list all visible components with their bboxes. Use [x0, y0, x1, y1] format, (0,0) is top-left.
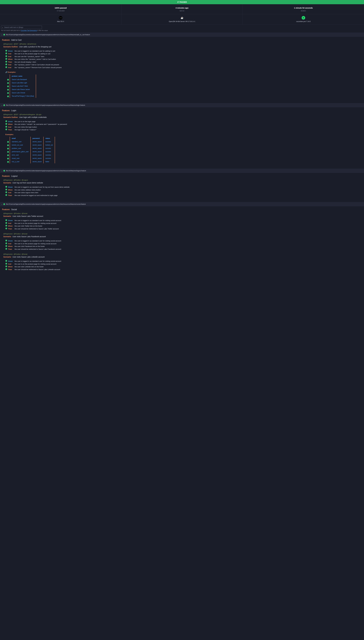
pass-icon: ✓: [5, 248, 7, 250]
examples-row[interactable]: ✓Sauce Labs Fleece Jacket: [7, 88, 36, 91]
step-text: the user should be redirected to Sauce L…: [14, 248, 61, 251]
pass-icon: ✓: [7, 158, 9, 159]
step-keyword: And: [8, 66, 14, 69]
examples-cell: error_user: [10, 153, 30, 157]
scenario-block: @Regression@Positive@Logout Scenario: Us…: [2, 179, 362, 197]
step-row: ✓Thenthe user should be logged out and r…: [5, 194, 362, 197]
pass-icon: ✓: [5, 260, 7, 262]
pass-icon: ✓: [5, 64, 7, 65]
env-label: OpenJDK 64-Bit Server VM 17.0.8.1+1: [122, 20, 243, 23]
step-text: the user click Twitter link on the foote…: [14, 225, 42, 227]
scenario-tags: @Regression@Positive@Logout: [3, 179, 362, 181]
feature-header[interactable]: ⌄✓file:///Users/arfajarsetiaji/Documents…: [0, 169, 364, 173]
scenario-tags: @Regression@DDT@Positive@AddToCart: [3, 43, 362, 45]
step-keyword: And: [8, 263, 14, 265]
chevron-down-icon: ⌄: [1, 104, 2, 106]
step-row: ✓Giventhe user is logged in as standard …: [5, 50, 362, 53]
status-banner: 17 PASSED: [0, 0, 364, 4]
examples-row[interactable]: ✓error_usersecret_saucesuccess: [7, 153, 55, 157]
feature-header[interactable]: ⌄✓file:///Users/arfajarsetiaji/Documents…: [0, 202, 364, 206]
examples-row[interactable]: ✓problem_usersecret_saucesuccess: [7, 147, 55, 150]
environment-row: OSMac OS X☕OpenJDK 64-Bit Server VM 17.0…: [0, 14, 364, 25]
stat-duration: 1 minute 54 seconds duration: [243, 4, 364, 14]
step-text: the user should be redirected to Sauce L…: [14, 228, 59, 230]
feature-body: Feature: Login@Regression@DDT@PositiveAn…: [0, 107, 364, 169]
examples-cell: Test.allTheThings() T-Shirt (Red): [10, 94, 36, 98]
step-keyword: And: [8, 243, 14, 245]
tag-expressions-link[interactable]: Cucumber Tag Expressions: [21, 30, 37, 31]
step-row: ✓Whenthe user enters "<email>" as userna…: [5, 123, 362, 126]
pass-icon: ✓: [3, 170, 5, 172]
steps-list: ✓Giventhe user is logged in as standard …: [5, 260, 362, 271]
step-text: the user is on the product page for visi…: [14, 263, 56, 265]
step-keyword: When: [8, 266, 14, 268]
scenario-title: Scenario Outline: User adds a product to…: [3, 46, 362, 48]
examples-row[interactable]: ✓visual_usersecret_saucesuccess: [7, 157, 55, 160]
pass-icon: ✓: [5, 123, 7, 125]
stat-duration-value: 1 minute 54 seconds: [243, 7, 364, 10]
steps-list: ✓Giventhe user is logged in as standard …: [5, 186, 362, 197]
examples-row[interactable]: ✓performance_glitch_usersecret_saucesucc…: [7, 150, 55, 153]
step-text: the user is logged in as standard user f…: [14, 50, 55, 52]
pass-icon: ✓: [5, 186, 7, 188]
step-keyword: Then: [8, 248, 14, 251]
step-keyword: Given: [8, 50, 14, 52]
steps-list: ✓Giventhe user is logged in as standard …: [5, 219, 362, 230]
examples-row[interactable]: ✓Sauce Labs Backpack: [7, 78, 36, 81]
step-keyword: And: [8, 126, 14, 128]
examples-row[interactable]: ✓Sauce Labs Onesie: [7, 91, 36, 94]
examples-row[interactable]: ✓Test.allTheThings() T-Shirt (Red): [7, 94, 36, 98]
feature-title: Feature: Add to Cart: [2, 39, 362, 42]
scenario-block: @Regression@Positive@Social Scenario: Us…: [2, 253, 362, 271]
stats-row: 100% passed 17 executed 4 minutes ago la…: [0, 4, 364, 14]
step-row: ✓Thenthe user should be redirected to Sa…: [5, 248, 362, 251]
step-keyword: When: [8, 123, 14, 126]
env-item: OSMac OS X: [0, 14, 122, 25]
examples-cell: secret_sauce: [30, 157, 44, 160]
examples-cell: success: [44, 150, 55, 153]
examples-row[interactable]: ✓not_a_usersecret_saucefailed: [7, 160, 55, 163]
step-row: ✓Giventhe user is logged in as standard …: [5, 219, 362, 222]
search-input[interactable]: [1, 26, 42, 29]
examples-cell: Sauce Labs Bolt T-Shirt: [10, 85, 36, 88]
step-row: ✓Thenthe login should be "<status>": [5, 128, 362, 131]
stat-passed-sub: 17 executed: [0, 10, 121, 12]
pass-icon: ✓: [7, 92, 9, 94]
step-text: the user is on the product page for visi…: [14, 243, 56, 245]
feature-header[interactable]: ⌄✓file:///Users/arfajarsetiaji/Documents…: [0, 33, 364, 37]
step-text: the user is logged in as standard user f…: [14, 240, 61, 242]
pass-icon: ✓: [5, 194, 7, 196]
step-text: the user should be redirected to Sauce L…: [14, 268, 60, 271]
scenario-tags: @Regression@DDT@PositiveAndNegative@Logi…: [3, 113, 362, 116]
env-icon: ✲: [302, 16, 305, 20]
step-text: the login should be "<status>": [14, 128, 36, 131]
chevron-down-icon: ⌄: [1, 170, 2, 172]
step-text: the user enters "<email>" as username an…: [14, 123, 67, 126]
feature-body: Feature: Logout@Regression@Positive@Logo…: [0, 173, 364, 202]
pass-icon: ✓: [5, 128, 7, 130]
step-text: the cart should display 1 item: [14, 61, 36, 63]
examples-cell: locked_out_user: [10, 143, 30, 147]
examples-row[interactable]: ✓locked_out_usersecret_saucelocked_out: [7, 143, 55, 147]
pass-icon: ✓: [7, 79, 9, 81]
examples-cell: Sauce Labs Backpack: [10, 78, 36, 81]
pass-icon: ✓: [5, 50, 7, 52]
pass-icon: ✓: [7, 144, 9, 146]
feature-body: Feature: Social@Regression@Positive@Soci…: [0, 206, 364, 276]
scenario-block: @Regression@DDT@Positive@AddToCart Scena…: [2, 43, 362, 98]
feature-header[interactable]: ⌄✓file:///Users/arfajarsetiaji/Documents…: [0, 103, 364, 107]
examples-row[interactable]: ✓standard_usersecret_saucesuccess: [7, 140, 55, 143]
step-keyword: Then: [8, 194, 14, 197]
pass-icon: ✓: [7, 96, 9, 97]
pass-icon: ✓: [7, 161, 9, 163]
env-item: ✲cucumber-jvm 7.14.0: [243, 14, 364, 25]
env-icon: OS: [59, 16, 62, 20]
search-hint: You can search with plain text or Cucumb…: [1, 30, 363, 32]
step-text: the user is logged in as standard user f…: [14, 186, 70, 188]
pass-icon: ✓: [7, 82, 9, 84]
pass-icon: ✓: [7, 154, 9, 156]
examples-row[interactable]: ✓Sauce Labs Bolt T-Shirt: [7, 85, 36, 88]
step-row: ✓Whenthe user click Linkedin link on the…: [5, 265, 362, 268]
examples-row[interactable]: ✓Sauce Labs Bike Light: [7, 81, 36, 85]
examples-cell: success: [44, 140, 55, 143]
